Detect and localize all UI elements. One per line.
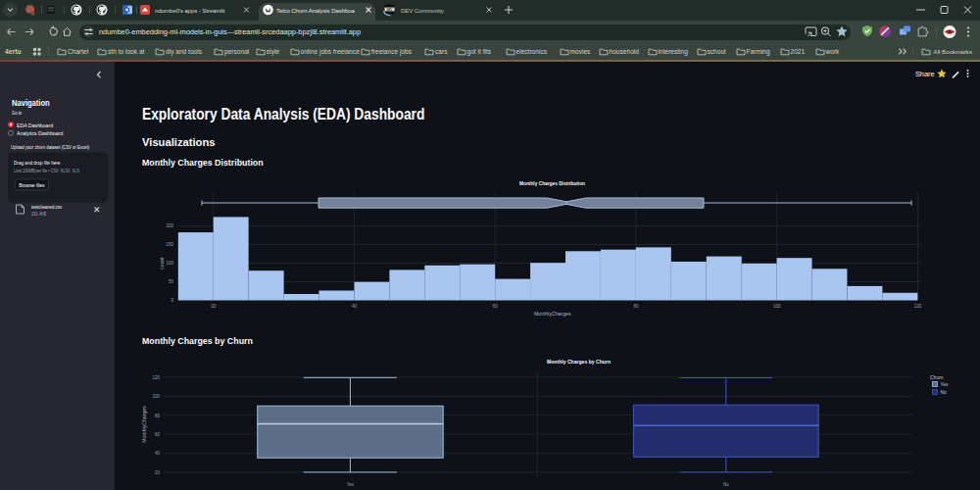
svg-text:100: 100 — [152, 394, 160, 399]
svg-text:20: 20 — [155, 470, 161, 475]
svg-text:Yes: Yes — [347, 482, 355, 487]
svg-text:No: No — [941, 390, 947, 395]
svg-text:No: No — [723, 482, 729, 487]
svg-text:80: 80 — [155, 414, 161, 418]
svg-text:40: 40 — [155, 451, 161, 456]
svg-text:MonthlyCharges: MonthlyCharges — [141, 406, 147, 443]
svg-text:Yes: Yes — [941, 382, 949, 387]
svg-text:120: 120 — [152, 375, 160, 380]
svg-text:60: 60 — [155, 432, 161, 437]
svg-text:Monthly Charges by Churn: Monthly Charges by Churn — [547, 359, 612, 365]
svg-text:Churn: Churn — [930, 374, 944, 380]
